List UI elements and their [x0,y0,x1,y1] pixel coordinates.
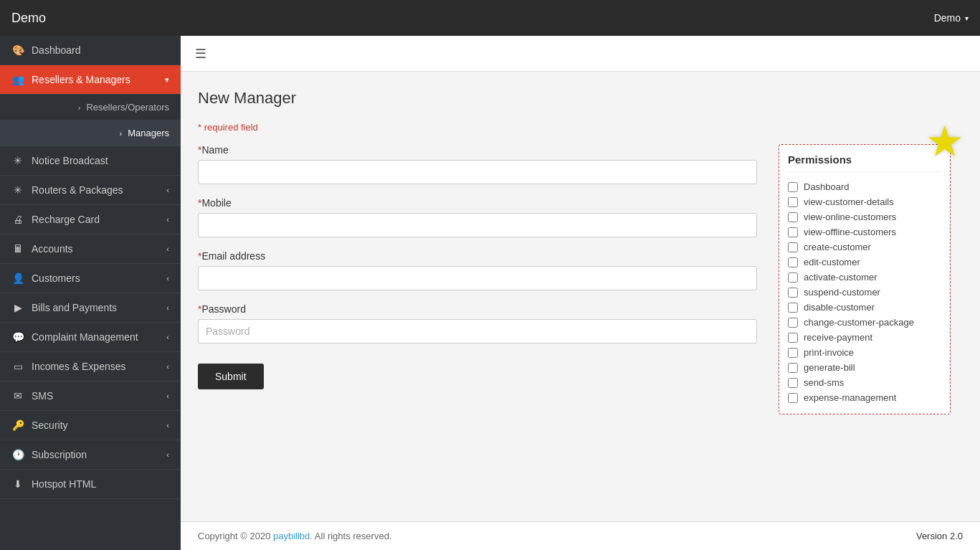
permission-checkbox-generate-bill[interactable] [788,363,798,373]
dashboard-icon: 🎨 [11,44,24,56]
sidebar-item-label: Resellers/Operators [86,102,169,113]
incomes-icon: ▭ [11,361,24,372]
hotspot-icon: ⬇ [11,478,24,490]
permission-item-view-online-customers: view-online-customers [788,209,941,224]
permission-item-edit-customer: edit-customer [788,255,941,270]
user-menu[interactable]: Demo ▾ [934,12,969,24]
sidebar-item-resellers-operators[interactable]: › Resellers/Operators [0,95,181,120]
permission-label: change-customer-package [804,317,914,328]
email-field-group: *Email address [198,250,757,290]
recharge-icon: 🖨 [11,214,24,225]
permission-item-view-offline-customers: view-offline-customers [788,224,941,240]
sidebar-item-label: Recharge Card [32,214,100,225]
sidebar-item-sms[interactable]: ✉ SMS ‹ [0,381,181,411]
sidebar-item-bills-payments[interactable]: ▶ Bills and Payments ‹ [0,293,181,323]
permission-item-disable-customer: disable-customer [788,300,941,315]
resellers-icon: 👥 [11,74,24,85]
sidebar-item-label: Incomes & Expenses [32,361,126,372]
permission-checkbox-activate-customer[interactable] [788,272,798,283]
subscription-icon: 🕐 [11,449,24,460]
sidebar-item-recharge-card[interactable]: 🖨 Recharge Card ‹ [0,205,181,234]
chevron-right-icon: ‹ [166,245,169,253]
chevron-right-icon: ‹ [166,450,169,459]
sidebar-item-hotspot-html[interactable]: ⬇ Hotspot HTML [0,470,181,499]
permission-checkbox-view-customer-details[interactable] [788,197,798,207]
sidebar-item-complaint-management[interactable]: 💬 Complaint Management ‹ [0,323,181,352]
app-brand: Demo [11,11,46,26]
permission-checkbox-disable-customer[interactable] [788,303,798,313]
permission-checkbox-edit-customer[interactable] [788,257,798,267]
sidebar: 🎨 Dashboard 👥 Resellers & Managers ▾ › R… [0,36,181,550]
sidebar-item-label: SMS [32,390,53,402]
sidebar-item-customers[interactable]: 👤 Customers ‹ [0,264,181,293]
password-input[interactable] [198,319,757,343]
permission-label: view-customer-details [804,196,894,207]
permission-label: generate-bill [804,362,855,373]
sms-icon: ✉ [11,390,24,402]
security-icon: 🔑 [11,419,24,431]
chevron-down-icon: ▾ [965,14,969,22]
sidebar-item-label: Bills and Payments [32,302,117,313]
page-title: New Manager [198,89,963,108]
permission-item-change-customer-package: change-customer-package [788,315,941,330]
sidebar-item-managers[interactable]: › Managers [0,120,181,146]
permission-item-send-sms: send-sms [788,375,941,390]
footer-brand-link[interactable]: paybillbd. [273,531,313,541]
permission-checkbox-print-invoice[interactable] [788,348,798,358]
mobile-input[interactable] [198,213,757,237]
sidebar-item-label: Complaint Management [32,331,138,343]
permission-label: edit-customer [804,257,860,267]
permission-item-dashboard: Dashboard [788,179,941,194]
permission-label: create-customer [804,242,871,252]
permission-checkbox-change-customer-package[interactable] [788,318,798,328]
permission-checkbox-suspend-customer[interactable] [788,288,798,298]
notice-icon: ✳ [11,155,24,166]
permission-checkbox-create-customer[interactable] [788,242,798,252]
form-section: *Name *Mobile *Email address [198,144,963,414]
footer: Copyright © 2020 paybillbd. All rights r… [181,521,980,550]
permission-item-create-customer: create-customer [788,240,941,255]
sidebar-item-incomes-expenses[interactable]: ▭ Incomes & Expenses ‹ [0,352,181,381]
password-field-group: *Password [198,303,757,343]
permission-label: print-invoice [804,347,854,358]
permission-checkbox-dashboard[interactable] [788,182,798,192]
chevron-right-icon: ‹ [166,421,169,430]
sidebar-item-resellers-managers[interactable]: 👥 Resellers & Managers ▾ [0,65,181,95]
chevron-right-icon: ‹ [166,303,169,312]
sidebar-item-accounts[interactable]: 🖩 Accounts ‹ [0,234,181,264]
sidebar-item-dashboard[interactable]: 🎨 Dashboard [0,36,181,65]
sidebar-item-label: Routers & Packages [32,184,123,196]
sidebar-item-label: Customers [32,272,80,284]
permission-item-print-invoice: print-invoice [788,345,941,360]
permission-item-view-customer-details: view-customer-details [788,194,941,209]
name-input[interactable] [198,160,757,184]
hamburger-icon[interactable]: ☰ [195,46,206,62]
permission-checkbox-view-offline-customers[interactable] [788,227,798,237]
email-input[interactable] [198,266,757,290]
sidebar-item-security[interactable]: 🔑 Security ‹ [0,411,181,440]
permission-checkbox-view-online-customers[interactable] [788,212,798,222]
footer-copyright: Copyright © 2020 paybillbd. All rights r… [198,531,391,541]
permission-label: Dashboard [804,181,850,192]
topbar: Demo Demo ▾ [0,0,980,36]
permission-checkbox-send-sms[interactable] [788,378,798,388]
chevron-right-icon: ‹ [166,333,169,341]
permission-label: expense-management [804,392,896,403]
sidebar-item-subscription[interactable]: 🕐 Subscription ‹ [0,440,181,470]
accounts-icon: 🖩 [11,243,24,255]
sidebar-item-routers-packages[interactable]: ✳ Routers & Packages ‹ [0,176,181,205]
main-content: ☰ New Manager * required field *Name *Mo… [181,36,980,550]
complaint-icon: 💬 [11,331,24,343]
mobile-field-group: *Mobile [198,197,757,237]
chevron-right-icon: ‹ [166,186,169,194]
chevron-right-icon: ‹ [166,392,169,400]
submit-button[interactable]: Submit [198,364,264,389]
password-label: *Password [198,303,757,315]
permission-label: view-online-customers [804,212,896,222]
chevron-right-icon: ‹ [166,274,169,283]
permission-checkbox-expense-management[interactable] [788,393,798,403]
permission-checkbox-receive-payment[interactable] [788,333,798,343]
sidebar-item-notice-broadcast[interactable]: ✳ Notice Broadcast [0,146,181,176]
sidebar-item-label: Resellers & Managers [32,74,130,85]
permission-item-suspend-customer: suspend-customer [788,285,941,300]
